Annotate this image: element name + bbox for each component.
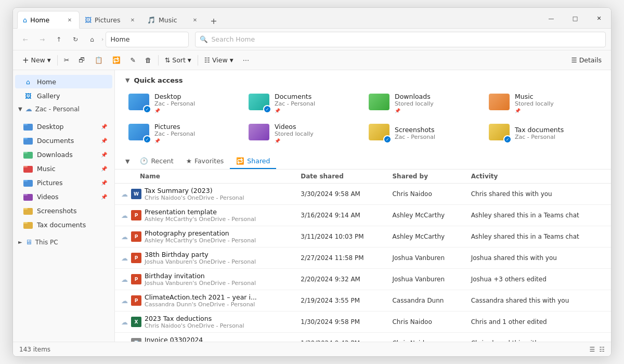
sidebar-item-tax-documents[interactable]: Tax documents [15,218,112,231]
pin-icon: 📌 [101,180,107,186]
search-bar[interactable]: 🔍 Search Home [195,32,606,47]
sidebar-group-zac[interactable]: ▼ ☁ Zac - Personal [13,103,114,115]
sidebar-item-pictures[interactable]: Pictures 📌 [15,176,112,189]
tab-pictures[interactable]: 🖼Pictures✕ [80,11,142,29]
cut-button[interactable]: ✂ [60,53,73,68]
more-button[interactable]: ⋯ [239,53,254,68]
more-icon: ⋯ [243,56,250,64]
forward-button[interactable]: → [35,32,49,47]
sidebar-item-screenshots[interactable]: Screenshots [15,204,112,217]
tab-recent[interactable]: 🕐 Recent [134,154,179,169]
file-activity: Cassandra shared this with you [465,290,611,311]
maximize-button[interactable]: □ [563,10,587,27]
music-tab-icon: 🎵 [147,16,155,24]
table-header-row: Name Date shared Shared by Activity [115,170,611,184]
tab-close-home[interactable]: ✕ [66,16,74,24]
delete-button[interactable]: 🗑 [141,53,156,68]
details-button[interactable]: ☰ Details [567,53,606,68]
window-controls: — □ ✕ [539,8,611,28]
sidebar-item-desktop[interactable]: Desktop 📌 [15,120,112,133]
sidebar-group-this-pc[interactable]: ► 🖥 This PC [13,236,114,248]
quick-access-header[interactable]: ▼ Quick access [115,70,611,88]
qa-item-pictures[interactable]: ✓ Pictures Zac - Personal 📌 [123,119,242,148]
home-icon: ⌂ [23,77,33,86]
tab-home[interactable]: ⌂Home✕ [17,11,80,29]
refresh-button[interactable]: ↻ [68,32,83,47]
tab-bar: ⌂Home✕🖼Pictures✕🎵Music✕+ [17,8,539,28]
tab-close-pictures[interactable]: ✕ [128,16,137,24]
grid-view-icon[interactable]: ☷ [599,346,605,353]
table-row[interactable]: ☁ P Birthday invitation Joshua Vanburen'… [115,269,611,290]
tax-folder-icon [23,220,33,229]
qa-sync-badge: ✓ [143,135,151,144]
file-shared-by: Ashley McCarthy [386,226,464,248]
qa-videos-icon-wrap [249,124,270,142]
file-name-cell: Photography presentation Ashley McCarthy… [145,229,256,244]
music-folder-icon [23,164,33,173]
table-row[interactable]: ☁ 📄 Invoice 03302024 Chris Naidoo's OneD… [115,333,611,342]
close-button[interactable]: ✕ [587,10,611,27]
collapse-icon-recent: ▼ [125,158,129,165]
qa-videos-folder-icon [249,124,269,140]
qa-item-tax-documents[interactable]: ✓ Tax documents Zac - Personal [484,119,603,148]
qa-item-screenshots[interactable]: ✓ Screenshots Zac - Personal [363,119,483,148]
file-name-cell: ClimateAction.tech 2021 – year i... Cass… [145,293,257,308]
new-tab-button[interactable]: + [206,14,221,28]
list-view-icon[interactable]: ☰ [589,346,595,353]
file-name-cell: 38th Birthday party Joshua Vanburen's On… [145,251,256,265]
cloud-icon: ☁ [25,105,32,113]
table-row[interactable]: ☁ P Presentation template Ashley McCarth… [115,205,611,226]
qa-item-videos[interactable]: Videos Stored locally 📌 [243,119,362,148]
qa-music-icon-wrap [489,94,511,112]
toolbar-separator-3 [198,55,198,66]
table-row[interactable]: ☁ P Photography presentation Ashley McCa… [115,226,611,248]
back-button[interactable]: ← [18,32,33,47]
titlebar: ⌂Home✕🖼Pictures✕🎵Music✕+ — □ ✕ [13,8,611,29]
pin-icon: 📌 [101,194,107,200]
table-row[interactable]: ☁ P ClimateAction.tech 2021 – year i... … [115,290,611,311]
file-name-cell: 2023 Tax deductions Chris Naidoo's OneDr… [145,315,244,329]
sidebar-item-videos[interactable]: Videos 📌 [15,190,112,203]
downloads-folder-icon [23,150,33,159]
qa-item-downloads[interactable]: Downloads Stored locally 📌 [363,88,483,118]
file-type-icon: X [131,317,141,327]
tab-close-music[interactable]: ✕ [191,16,199,24]
file-date: 1/30/2024 9:58 PM [294,311,386,333]
sidebar-item-home[interactable]: ⌂ Home [15,75,112,88]
tab-music[interactable]: 🎵Music✕ [142,11,204,29]
new-button[interactable]: + New ▼ [18,53,55,68]
details-icon: ☰ [571,56,577,64]
cloud-sync-icon: ☁ [121,212,128,219]
documents-folder-icon [23,136,33,145]
toolbar: + New ▼ ✂ 🗗 📋 🔁 ✎ 🗑 ⇅ Sort ▼ ☷ View ▼ ⋯ … [13,50,611,70]
tab-shared[interactable]: 🔁 Shared [230,154,276,169]
minimize-button[interactable]: — [539,10,563,27]
copy-button[interactable]: 🗗 [74,53,89,68]
home-nav-button[interactable]: ⌂ [85,32,99,47]
paste-button[interactable]: 📋 [90,53,107,68]
sidebar-item-downloads[interactable]: Downloads 📌 [15,148,112,161]
table-row[interactable]: ☁ X 2023 Tax deductions Chris Naidoo's O… [115,311,611,333]
chevron-right-icon: ► [18,239,22,245]
file-date: 3/30/2024 9:58 AM [294,184,386,205]
col-shared-by: Shared by [386,170,464,184]
qa-item-desktop[interactable]: ✓ Desktop Zac - Personal 📌 [123,88,242,118]
table-row[interactable]: ☁ P 38th Birthday party Joshua Vanburen'… [115,248,611,269]
share-button[interactable]: 🔁 [108,53,125,68]
qa-item-music[interactable]: Music Stored locally 📌 [484,88,603,118]
recent-section-header: ▼ 🕐 Recent ★ Favorites 🔁 Shared [115,152,611,169]
file-name-cell: Birthday invitation Joshua Vanburen's On… [145,272,256,287]
sort-button[interactable]: ⇅ Sort ▼ [161,53,196,68]
table-row[interactable]: ☁ W Tax Summary (2023) Chris Naidoo's On… [115,184,611,205]
videos-folder-icon [23,192,33,201]
sidebar-item-gallery[interactable]: 🖼 Gallery [15,89,112,102]
qa-item-documents[interactable]: ✓ Documents Zac - Personal 📌 [243,88,362,118]
sidebar-item-documents[interactable]: Documents 📌 [15,134,112,147]
sidebar-item-music[interactable]: Music 📌 [15,162,112,175]
rename-button[interactable]: ✎ [126,53,139,68]
tab-favorites[interactable]: ★ Favorites [180,154,230,169]
up-button[interactable]: ↑ [51,32,66,47]
file-name-cell: Tax Summary (2023) Chris Naidoo's OneDri… [145,187,244,201]
view-button[interactable]: ☷ View ▼ [200,53,238,68]
breadcrumb[interactable]: Home [106,32,189,47]
